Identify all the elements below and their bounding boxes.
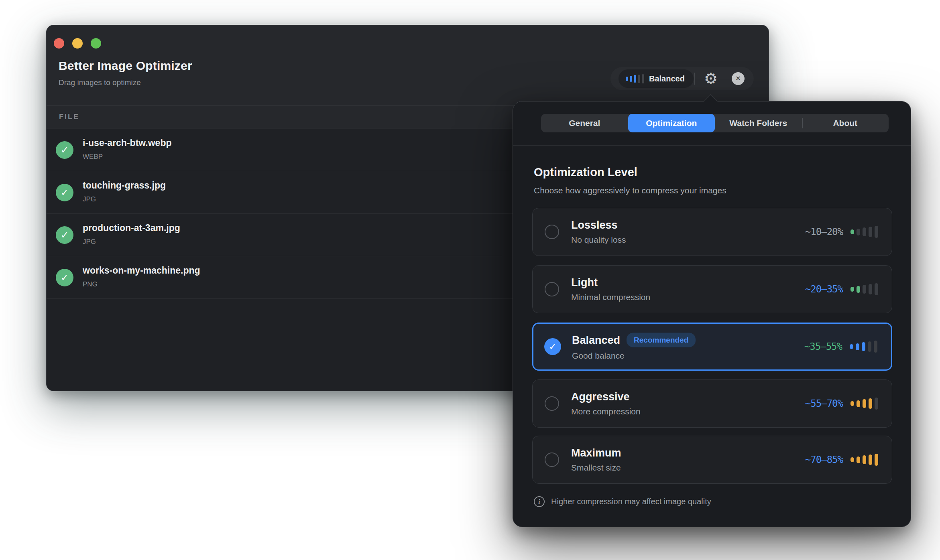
- file-name: production-at-3am.jpg: [83, 223, 180, 233]
- tab-watch-folders[interactable]: Watch Folders: [715, 114, 802, 132]
- option-title: Light: [571, 276, 598, 289]
- check-icon: ✓: [61, 229, 69, 241]
- savings-estimate: ~70–85%: [805, 454, 843, 465]
- option-text: Balanced Recommended Good balance: [572, 333, 696, 361]
- window-zoom-traffic-light[interactable]: [91, 38, 101, 49]
- file-type: PNG: [83, 280, 98, 288]
- option-card-light[interactable]: Light Minimal compression ~20–35%: [532, 265, 892, 313]
- savings-estimate: ~35–55%: [804, 341, 842, 352]
- radio-unselected-icon[interactable]: [545, 452, 559, 467]
- close-icon: ✕: [735, 75, 741, 82]
- success-check-badge: ✓: [56, 269, 73, 286]
- info-icon: i: [534, 496, 545, 507]
- option-text: Maximum Smallest size: [571, 447, 621, 473]
- intensity-bars-icon: [850, 226, 878, 238]
- option-subtitle: Good balance: [572, 351, 696, 361]
- footer-note: i Higher compression may affect image qu…: [534, 496, 711, 507]
- file-type: JPG: [83, 238, 96, 246]
- option-text: Lossless No quality loss: [571, 219, 626, 245]
- tab-optimization[interactable]: Optimization: [628, 114, 715, 132]
- tab-about-label: About: [833, 118, 857, 128]
- optimization-level-badge[interactable]: Balanced: [619, 69, 694, 88]
- settings-tabbar: General Optimization Watch Folders About: [541, 114, 889, 132]
- window-close-traffic-light[interactable]: [54, 38, 64, 49]
- file-name: touching-grass.jpg: [83, 180, 166, 191]
- option-title: Balanced: [572, 334, 620, 346]
- check-icon: ✓: [549, 341, 556, 352]
- tab-general[interactable]: General: [541, 114, 628, 132]
- settings-popover: General Optimization Watch Folders About…: [513, 101, 911, 527]
- desktop: Better Image Optimizer Drag images to op…: [0, 0, 940, 560]
- savings-estimate: ~20–35%: [805, 284, 843, 295]
- option-card-balanced[interactable]: ✓ Balanced Recommended Good balance ~35–…: [532, 323, 892, 371]
- option-card-maximum[interactable]: Maximum Smallest size ~70–85%: [532, 436, 892, 484]
- intensity-bars-icon: [850, 283, 878, 295]
- option-text: Aggressive More compression: [571, 391, 641, 416]
- option-title: Aggressive: [571, 391, 630, 403]
- success-check-badge: ✓: [56, 184, 73, 201]
- level-badge-label: Balanced: [649, 74, 685, 83]
- radio-unselected-icon[interactable]: [545, 396, 559, 411]
- app-title: Better Image Optimizer: [59, 59, 192, 73]
- savings-estimate: ~55–70%: [805, 398, 843, 409]
- check-icon: ✓: [61, 144, 69, 156]
- radio-selected-icon[interactable]: ✓: [544, 338, 561, 355]
- success-check-badge: ✓: [56, 141, 73, 159]
- radio-unselected-icon[interactable]: [545, 282, 559, 296]
- section-description: Choose how aggressively to compress your…: [534, 186, 726, 195]
- level-bars-icon: [626, 74, 644, 83]
- file-type: JPG: [83, 195, 96, 203]
- quit-button[interactable]: ✕: [732, 72, 745, 85]
- tab-about[interactable]: About: [802, 114, 889, 132]
- option-title: Maximum: [571, 447, 621, 459]
- radio-unselected-icon[interactable]: [545, 225, 559, 239]
- app-subtitle: Drag images to optimize: [59, 78, 141, 87]
- option-title: Lossless: [571, 219, 618, 231]
- option-subtitle: Smallest size: [571, 463, 621, 473]
- option-card-lossless[interactable]: Lossless No quality loss ~10–20%: [532, 208, 892, 256]
- header-divider: [694, 73, 695, 85]
- panel-divider: [513, 145, 911, 146]
- option-subtitle: More compression: [571, 407, 641, 416]
- check-icon: ✓: [61, 187, 69, 198]
- settings-button[interactable]: ⚙: [701, 69, 720, 88]
- option-subtitle: Minimal compression: [571, 292, 650, 302]
- intensity-bars-icon: [850, 454, 878, 466]
- intensity-bars-icon: [850, 398, 878, 410]
- file-type: WEBP: [83, 153, 103, 161]
- option-card-aggressive[interactable]: Aggressive More compression ~55–70%: [532, 379, 892, 428]
- recommended-badge: Recommended: [627, 333, 696, 347]
- file-column-label: FILE: [59, 113, 79, 121]
- tab-separator: [802, 118, 803, 128]
- savings-estimate: ~10–20%: [805, 226, 843, 237]
- intensity-bars-icon: [850, 341, 877, 353]
- file-name: works-on-my-machine.png: [83, 265, 200, 276]
- option-subtitle: No quality loss: [571, 235, 626, 245]
- option-text: Light Minimal compression: [571, 276, 650, 302]
- header-controls: Balanced ⚙ ✕: [610, 67, 754, 90]
- window-minimize-traffic-light[interactable]: [72, 38, 83, 49]
- file-name: i-use-arch-btw.webp: [83, 138, 172, 148]
- gear-icon: ⚙: [704, 71, 718, 86]
- footer-note-text: Higher compression may affect image qual…: [551, 497, 711, 506]
- check-icon: ✓: [61, 272, 69, 283]
- success-check-badge: ✓: [56, 226, 73, 244]
- section-heading: Optimization Level: [534, 166, 637, 179]
